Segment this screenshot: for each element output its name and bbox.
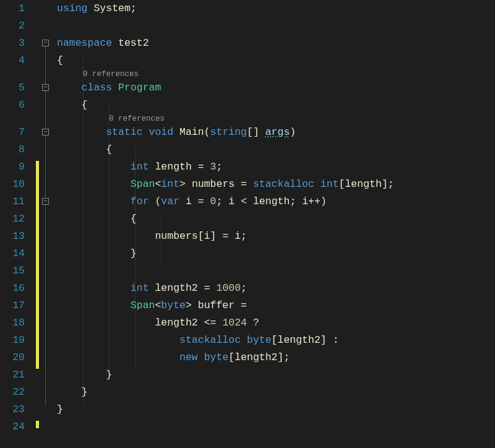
line-number: 18 bbox=[0, 314, 25, 332]
line-number: 21 bbox=[0, 366, 25, 384]
code-line[interactable] bbox=[57, 17, 495, 35]
line-number: 20 bbox=[0, 349, 25, 366]
code-line[interactable]: Span<int> numbers = stackalloc int[lengt… bbox=[57, 176, 495, 193]
code-line[interactable]: int length2 = 1000; bbox=[57, 280, 495, 297]
codelens-references[interactable]: 0 references bbox=[83, 69, 139, 79]
code-line[interactable]: { bbox=[57, 52, 495, 69]
line-number: 24 bbox=[0, 418, 25, 436]
line-number: 12 bbox=[0, 210, 25, 228]
line-number: 15 bbox=[0, 262, 25, 280]
line-number: 19 bbox=[0, 332, 25, 349]
code-line[interactable]: new byte[length2]; bbox=[57, 349, 495, 366]
line-number: 23 bbox=[0, 401, 25, 418]
code-line[interactable]: int length = 3; bbox=[57, 158, 495, 176]
code-line[interactable]: 0 references static void Main(string[] a… bbox=[57, 114, 495, 141]
code-line[interactable]: using System; bbox=[57, 0, 495, 17]
line-number: 10 bbox=[0, 176, 25, 193]
line-number: 9 bbox=[0, 158, 25, 176]
code-editor[interactable]: 1 2 3 4 5 6 7 8 9 10 11 12 13 14 15 16 1… bbox=[0, 0, 495, 448]
line-number: 5 bbox=[0, 69, 25, 97]
fold-toggle[interactable]: − bbox=[42, 40, 49, 46]
code-line[interactable]: { bbox=[57, 97, 495, 114]
line-number: 16 bbox=[0, 280, 25, 297]
line-number: 2 bbox=[0, 17, 25, 35]
fold-toggle[interactable]: − bbox=[42, 198, 49, 205]
code-line[interactable]: 0 references class Program bbox=[57, 69, 495, 97]
code-line[interactable]: stackalloc byte[length2] : bbox=[57, 332, 495, 349]
change-mark bbox=[36, 161, 39, 369]
line-number: 22 bbox=[0, 384, 25, 401]
line-number: 11 bbox=[0, 193, 25, 210]
code-line[interactable] bbox=[57, 418, 495, 436]
fold-toggle[interactable]: − bbox=[42, 84, 49, 91]
line-number: 6 bbox=[0, 97, 25, 114]
code-line[interactable]: Span<byte> buffer = bbox=[57, 297, 495, 314]
line-number: 13 bbox=[0, 228, 25, 245]
code-line[interactable]: { bbox=[57, 210, 495, 228]
line-number: 3 bbox=[0, 35, 25, 52]
fold-toggle[interactable]: − bbox=[42, 129, 49, 136]
line-number: 1 bbox=[0, 0, 25, 17]
codelens-references[interactable]: 0 references bbox=[109, 114, 165, 124]
line-number: 14 bbox=[0, 245, 25, 262]
fold-column: − − − − bbox=[40, 0, 53, 448]
code-line[interactable]: } bbox=[57, 366, 495, 384]
line-number: 17 bbox=[0, 297, 25, 314]
code-line[interactable] bbox=[57, 262, 495, 280]
code-line[interactable]: for (var i = 0; i < length; i++) bbox=[57, 193, 495, 210]
change-mark bbox=[36, 421, 39, 428]
line-number: 8 bbox=[0, 141, 25, 158]
code-line[interactable]: { bbox=[57, 141, 495, 158]
line-number: 7 bbox=[0, 114, 25, 141]
code-area[interactable]: using System; namespace test2 { 0 refere… bbox=[53, 0, 495, 448]
line-number-gutter: 1 2 3 4 5 6 7 8 9 10 11 12 13 14 15 16 1… bbox=[0, 0, 36, 448]
code-line[interactable]: } bbox=[57, 245, 495, 262]
code-line[interactable]: } bbox=[57, 384, 495, 401]
code-line[interactable]: numbers[i] = i; bbox=[57, 228, 495, 245]
fold-line bbox=[45, 46, 46, 405]
code-line[interactable]: length2 <= 1024 ? bbox=[57, 314, 495, 332]
code-line[interactable]: namespace test2 bbox=[57, 35, 495, 52]
line-number: 4 bbox=[0, 52, 25, 69]
code-line[interactable]: } bbox=[57, 401, 495, 418]
